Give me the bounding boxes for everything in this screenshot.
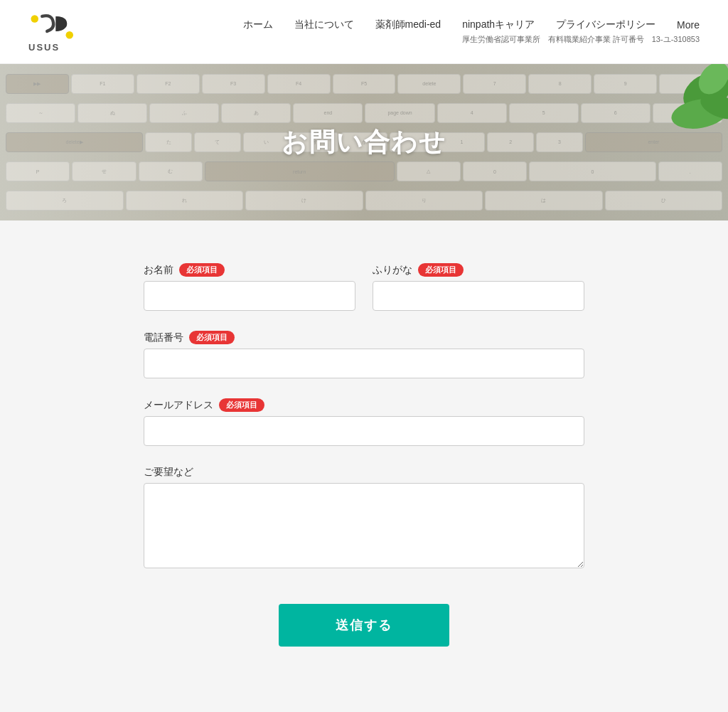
key: ▶▶ [6, 74, 69, 94]
key: page down [365, 103, 434, 123]
form-row-phone: 電話番号 必須項目 [144, 331, 584, 378]
name-input[interactable] [144, 281, 355, 311]
furigana-label-row: ふりがな 必須項目 [373, 263, 584, 277]
key: F3 [202, 74, 265, 94]
key: F4 [267, 74, 331, 94]
key: ～ [6, 103, 75, 123]
key: 4 [437, 103, 507, 123]
form-group-phone: 電話番号 必須項目 [144, 331, 584, 378]
form-group-email: メールアドレス 必須項目 [144, 398, 584, 446]
form-row-message: ご要望など [144, 466, 584, 568]
key: delete [397, 74, 461, 94]
key: P [6, 161, 70, 181]
nav-medi-ed[interactable]: 薬剤師medi-ed [375, 18, 441, 31]
svg-point-1 [66, 31, 74, 39]
key: 2 [487, 132, 534, 152]
key: F5 [333, 74, 396, 94]
email-label-row: メールアドレス 必須項目 [144, 398, 584, 412]
phone-input[interactable] [144, 349, 584, 378]
message-textarea[interactable] [144, 483, 584, 568]
form-row-email: メールアドレス 必須項目 [144, 398, 584, 446]
form-group-message: ご要望など [144, 466, 584, 568]
furigana-label: ふりがな [373, 264, 412, 277]
form-group-furigana: ふりがな 必須項目 [373, 263, 584, 311]
furigana-input[interactable] [373, 281, 584, 311]
key: り [365, 191, 483, 211]
nav-ninpath[interactable]: ninpathキャリア [462, 18, 535, 31]
svg-point-0 [31, 15, 39, 23]
contact-form-container: お名前 必須項目 ふりがな 必須項目 電話番号 必須項目 [144, 263, 584, 647]
key: て [194, 132, 241, 152]
key: 0 [529, 161, 656, 181]
message-label-row: ご要望など [144, 466, 584, 479]
name-label: お名前 [144, 264, 173, 277]
key: delete▶ [6, 132, 143, 152]
hero-banner: ▶▶ F1 F2 F3 F4 F5 delete 7 8 9 + ～ ぬ ふ あ… [0, 64, 728, 220]
nav-privacy[interactable]: プライバシーポリシー [556, 18, 655, 31]
phone-label: 電話番号 [144, 331, 183, 344]
submit-area: 送信する [144, 604, 584, 647]
name-required-badge: 必須項目 [179, 263, 225, 277]
logo-text: USUS [28, 42, 60, 53]
phone-required-badge: 必須項目 [189, 331, 235, 344]
key: む [139, 161, 203, 181]
key: れ [126, 191, 244, 211]
nav-more[interactable]: More [677, 19, 700, 31]
key: 3 [536, 132, 583, 152]
navigation: ホーム 当社について 薬剤師medi-ed ninpathキャリア プライバシー… [243, 18, 700, 45]
plant-svg [643, 64, 728, 220]
key: 7 [463, 74, 526, 94]
message-label: ご要望など [144, 466, 193, 479]
key: end [293, 103, 363, 123]
key: 6 [581, 103, 651, 123]
key: F1 [71, 74, 134, 94]
email-label: メールアドレス [144, 399, 213, 412]
nav-subtitle: 厚生労働省認可事業所 有料職業紹介事業 許可番号 13-ユ-310853 [462, 34, 700, 45]
key: あ [221, 103, 291, 123]
key: 5 [509, 103, 579, 123]
key: return [205, 161, 395, 181]
form-row-name-furigana: お名前 必須項目 ふりがな 必須項目 [144, 263, 584, 311]
email-required-badge: 必須項目 [219, 398, 264, 412]
nav-home[interactable]: ホーム [243, 18, 273, 31]
form-group-name: お名前 必須項目 [144, 263, 355, 311]
phone-label-row: 電話番号 必須項目 [144, 331, 584, 344]
email-input[interactable] [144, 416, 584, 446]
furigana-required-badge: 必須項目 [418, 263, 464, 277]
main-content: お名前 必須項目 ふりがな 必須項目 電話番号 必須項目 [0, 220, 728, 703]
plant-decoration [643, 64, 728, 220]
key: ふ [149, 103, 219, 123]
name-label-row: お名前 必須項目 [144, 263, 355, 277]
key: ろ [6, 191, 124, 211]
key: ぬ [77, 103, 147, 123]
key: け [245, 191, 363, 211]
logo-icon [28, 11, 78, 46]
nav-top: ホーム 当社について 薬剤師medi-ed ninpathキャリア プライバシー… [243, 18, 700, 31]
key: 8 [528, 74, 592, 94]
hero-title: お問い合わせ [282, 125, 446, 160]
key: F2 [136, 74, 200, 94]
key: 0 [463, 161, 527, 181]
logo-area: USUS [28, 11, 78, 53]
key: た [145, 132, 192, 152]
key: せ [72, 161, 136, 181]
key: は [485, 191, 603, 211]
key: △ [397, 161, 461, 181]
nav-about[interactable]: 当社について [294, 18, 354, 31]
header: USUS ホーム 当社について 薬剤師medi-ed ninpathキャリア プ… [0, 0, 728, 64]
submit-button[interactable]: 送信する [279, 604, 449, 647]
